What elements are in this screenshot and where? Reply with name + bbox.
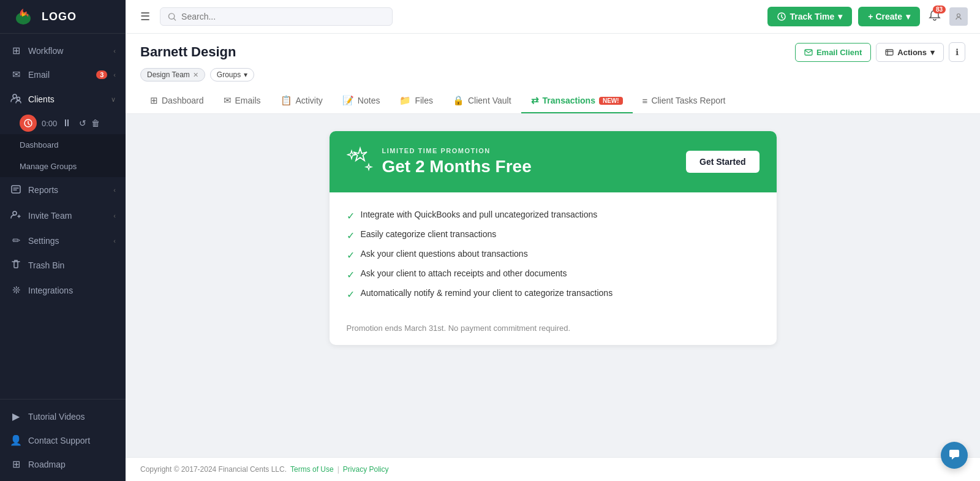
actions-arrow: ▾	[930, 48, 935, 57]
sidebar-item-integrations[interactable]: ❊ Integrations	[0, 278, 126, 302]
transactions-tab-icon: ⇄	[531, 95, 539, 106]
sidebar-item-workflow[interactable]: ⊞ Workflow ‹	[0, 39, 126, 62]
sidebar-item-reports[interactable]: Reports ‹	[0, 177, 126, 203]
activity-tab-icon: 📋	[281, 95, 292, 106]
sidebar-item-settings[interactable]: ✏ Settings ‹	[0, 229, 126, 252]
tab-emails[interactable]: ✉ Emails	[214, 89, 271, 113]
tab-label: Emails	[235, 96, 261, 105]
feature-text: Integrate with QuickBooks and pull uncat…	[361, 210, 598, 219]
user-avatar[interactable]	[949, 7, 968, 26]
client-title-row: Barnett Design Email Client Actions ▾	[140, 42, 965, 62]
create-button[interactable]: + Create ▾	[858, 7, 920, 26]
svg-rect-4	[12, 186, 20, 193]
sidebar-item-trash-bin[interactable]: Trash Bin	[0, 252, 126, 278]
sparkle-icon	[347, 146, 374, 178]
tab-dashboard[interactable]: ⊞ Dashboard	[140, 89, 214, 113]
user-icon	[954, 12, 963, 21]
sidebar-item-subdashboard[interactable]: Dashboard	[0, 134, 126, 156]
chevron-right-icon: ‹	[113, 237, 116, 244]
chevron-down-icon: ▾	[244, 70, 247, 79]
sidebar-item-label: Invite Team	[28, 211, 107, 221]
roadmap-icon: ⊞	[10, 458, 22, 470]
tag-design-team[interactable]: Design Team ✕	[140, 68, 205, 81]
promo-features: ✓ Integrate with QuickBooks and pull unc…	[330, 192, 777, 317]
client-actions: Email Client Actions ▾ ℹ	[795, 42, 965, 62]
trash-icon-small[interactable]: 🗑	[91, 118, 100, 128]
promo-feature-item: ✓ Automatically notify & remind your cli…	[347, 284, 760, 304]
create-label: + Create	[868, 12, 902, 21]
tag-groups[interactable]: Groups ▾	[210, 68, 254, 81]
copyright-text: Copyright © 2017-2024 Financial Cents LL…	[140, 465, 287, 474]
feature-text: Easily categorize client transactions	[361, 229, 497, 239]
actions-button[interactable]: Actions ▾	[876, 43, 944, 62]
info-button[interactable]: ℹ	[949, 42, 965, 62]
trash-bin-icon	[10, 259, 22, 272]
client-tasks-tab-icon: ≡	[643, 96, 648, 106]
tab-label: Files	[415, 96, 433, 105]
main-area: ☰ Track Time ▾ + Create ▾	[126, 0, 980, 481]
check-icon: ✓	[347, 230, 355, 241]
search-icon	[168, 12, 176, 21]
track-time-button[interactable]: Track Time ▾	[767, 7, 852, 26]
invite-team-icon	[10, 209, 22, 222]
feature-text: Ask your client questions about transact…	[361, 249, 528, 259]
notifications-button[interactable]: 83	[926, 7, 943, 26]
info-icon: ℹ	[956, 47, 959, 57]
sidebar-item-tutorial-videos[interactable]: ▶ Tutorial Videos	[0, 404, 126, 428]
tutorial-videos-icon: ▶	[10, 411, 22, 422]
check-icon: ✓	[347, 210, 355, 222]
tab-activity[interactable]: 📋 Activity	[271, 89, 333, 113]
sidebar-item-roadmap[interactable]: ⊞ Roadmap	[0, 452, 126, 476]
tab-label: Client Tasks Report	[651, 96, 725, 105]
email-client-label: Email Client	[816, 48, 862, 57]
tab-label: Client Vault	[468, 96, 511, 105]
timer-text: 0:00	[42, 119, 57, 128]
sidebar-nav: ⊞ Workflow ‹ ✉ Email 3 ‹ Clients ∨	[0, 34, 126, 399]
clock-icon	[777, 12, 786, 21]
svg-point-2	[17, 97, 20, 100]
client-header: Barnett Design Email Client Actions ▾	[126, 34, 980, 114]
track-time-arrow: ▾	[838, 12, 842, 21]
refresh-icon[interactable]: ↺	[79, 118, 86, 128]
sidebar-item-email[interactable]: ✉ Email 3 ‹	[0, 62, 126, 86]
sidebar-item-clients[interactable]: Clients ∨	[0, 86, 126, 112]
email-client-button[interactable]: Email Client	[795, 43, 871, 62]
topbar: ☰ Track Time ▾ + Create ▾	[126, 0, 980, 34]
tab-transactions[interactable]: ⇄ Transactions New!	[521, 89, 633, 113]
hamburger-icon[interactable]: ☰	[138, 7, 153, 26]
dashboard-tab-icon: ⊞	[150, 95, 158, 106]
search-input[interactable]	[181, 12, 385, 21]
promo-feature-item: ✓ Ask your client to attach receipts and…	[347, 265, 760, 284]
sidebar-logo: LOGO	[0, 0, 126, 34]
client-vault-tab-icon: 🔒	[453, 95, 464, 106]
tag-remove-icon[interactable]: ✕	[193, 71, 198, 79]
tab-files[interactable]: 📁 Files	[390, 89, 443, 113]
separator: |	[337, 465, 339, 474]
promo-footer-note: Promotion ends March 31st. No payment co…	[330, 317, 777, 345]
tab-client-vault[interactable]: 🔒 Client Vault	[443, 89, 521, 113]
chat-support-button[interactable]	[941, 442, 968, 469]
tab-notes[interactable]: 📝 Notes	[333, 89, 390, 113]
sidebar-item-invite-team[interactable]: Invite Team ‹	[0, 203, 126, 229]
svg-rect-11	[886, 50, 893, 55]
pause-icon[interactable]: ⏸	[62, 118, 72, 129]
sidebar-item-manage-groups[interactable]: Manage Groups	[0, 156, 126, 177]
topbar-right: Track Time ▾ + Create ▾ 83	[767, 7, 968, 26]
sidebar-item-label: Manage Groups	[20, 162, 116, 171]
promo-label: LIMITED TIME PROMOTION	[382, 147, 532, 154]
sidebar-item-contact-support[interactable]: 👤 Contact Support	[0, 428, 126, 452]
logo-text: LOGO	[42, 10, 77, 23]
promo-feature-item: ✓ Easily categorize client transactions	[347, 225, 760, 245]
svg-point-1	[13, 94, 17, 98]
tab-client-tasks-report[interactable]: ≡ Client Tasks Report	[633, 89, 736, 113]
privacy-policy-link[interactable]: Privacy Policy	[343, 465, 389, 474]
check-icon: ✓	[347, 269, 355, 281]
search-bar	[160, 7, 393, 26]
chevron-right-icon: ‹	[113, 212, 116, 219]
terms-of-use-link[interactable]: Terms of Use	[290, 465, 334, 474]
email-icon	[804, 48, 813, 56]
clients-icon	[10, 93, 22, 106]
sidebar-submenu: Dashboard Manage Groups	[0, 134, 126, 177]
emails-tab-icon: ✉	[224, 95, 232, 106]
get-started-button[interactable]: Get Started	[686, 151, 759, 173]
